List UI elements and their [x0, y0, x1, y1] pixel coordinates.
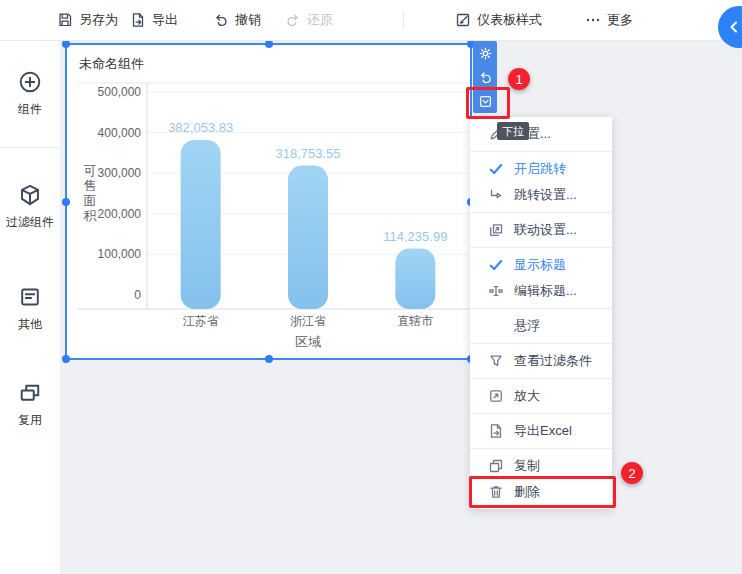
menu-item-edit-title[interactable]: 编辑标题... [470, 278, 612, 304]
sidebar-item-label: 复用 [18, 413, 42, 427]
svg-text:200,000: 200,000 [98, 207, 142, 221]
menu-item-label: 复制 [514, 457, 540, 475]
undo-icon [213, 12, 229, 28]
menu-item-label: 查看过滤条件 [514, 352, 592, 370]
save-icon [57, 12, 73, 28]
chart-component-card[interactable]: 未命名组件 0100,000200,000300,000400,000500,0… [65, 43, 472, 360]
svg-text:区域: 区域 [295, 334, 321, 349]
menu-item-label: 放大 [514, 387, 540, 405]
action-bar-button-undo[interactable] [473, 65, 497, 89]
toolbar-button-more[interactable]: 更多 [585, 0, 633, 40]
menu-item-label: 跳转设置... [514, 186, 577, 204]
toolbar-button-label: 撤销 [235, 11, 261, 29]
menu-item-settings[interactable]: 设置... [470, 121, 612, 147]
linkage-icon [488, 222, 504, 238]
menu-item-show-title[interactable]: 显示标题 [470, 252, 612, 278]
dropdown-icon [478, 94, 493, 109]
menu-item-label: 开启跳转 [514, 160, 566, 178]
sidebar-item-reuse[interactable]: 复用 [0, 381, 60, 427]
menu-group: 显示标题编辑标题... [470, 248, 612, 308]
toolbar-button-label: 还原 [307, 11, 333, 29]
menu-item-zoom-in[interactable]: 放大 [470, 383, 612, 409]
sidebar-item-other[interactable]: 其他 [0, 285, 60, 331]
menu-item-linkage-settings[interactable]: 联动设置... [470, 217, 612, 243]
toolbar-button-label: 更多 [607, 11, 633, 29]
toolbar-button-undo[interactable]: 撤销 [213, 0, 261, 40]
svg-text:318,753.55: 318,753.55 [275, 146, 340, 161]
bar-chart-canvas[interactable]: 0100,000200,000300,000400,000500,000可售面积… [67, 63, 470, 358]
svg-text:浙江省: 浙江省 [290, 314, 326, 328]
menu-item-view-filter-conditions[interactable]: 查看过滤条件 [470, 348, 612, 374]
svg-text:面: 面 [84, 193, 97, 208]
sidebar-item-label: 过滤组件 [6, 215, 54, 229]
svg-text:积: 积 [84, 208, 98, 223]
menu-group: 查看过滤条件 [470, 344, 612, 378]
svg-text:500,000: 500,000 [98, 85, 142, 99]
svg-text:售: 售 [84, 178, 97, 193]
document-icon [18, 285, 42, 309]
left-sidebar: 组件过滤组件其他复用 [0, 40, 60, 574]
check-icon [488, 161, 504, 177]
menu-item-label: 悬浮 [514, 317, 540, 335]
menu-group: 悬浮 [470, 309, 612, 343]
sidebar-item-filter-component[interactable]: 过滤组件 [0, 183, 60, 229]
toolbar-button-label: 仪表板样式 [477, 11, 542, 29]
svg-text:400,000: 400,000 [98, 126, 142, 140]
toolbar-button-dashboard-style[interactable]: 仪表板样式 [455, 0, 542, 40]
menu-item-label: 导出Excel [514, 422, 572, 440]
style-icon [455, 12, 471, 28]
menu-item-label: 显示标题 [514, 256, 566, 274]
menu-item-float[interactable]: 悬浮 [470, 313, 612, 339]
selection-handle[interactable] [265, 40, 273, 48]
gear-icon [478, 46, 493, 61]
sidebar-item-label: 组件 [18, 102, 42, 116]
edit-title-icon [488, 283, 504, 299]
svg-text:0: 0 [134, 288, 141, 302]
menu-item-label: 联动设置... [514, 221, 577, 239]
svg-text:可: 可 [84, 163, 97, 178]
menu-item-jump-settings[interactable]: 跳转设置... [470, 182, 612, 208]
toolbar-button-export[interactable]: 导出 [130, 0, 178, 40]
menu-group: 复制删除 [470, 449, 612, 509]
menu-group: 导出Excel [470, 414, 612, 448]
cube-icon [18, 183, 42, 207]
toolbar-button-redo: 还原 [285, 0, 333, 40]
selection-handle[interactable] [62, 355, 70, 363]
plus-circle-icon [18, 70, 42, 94]
component-context-menu: 设置...开启跳转跳转设置...联动设置...显示标题编辑标题...悬浮查看过滤… [470, 117, 612, 509]
copy-icon [488, 458, 504, 474]
svg-text:300,000: 300,000 [98, 166, 142, 180]
dropdown-tooltip: 下拉 [497, 122, 529, 140]
svg-text:114,235.99: 114,235.99 [383, 229, 447, 244]
trash-icon [488, 484, 504, 500]
menu-item-label: 删除 [514, 483, 540, 501]
menu-item-export-excel[interactable]: 导出Excel [470, 418, 612, 444]
menu-item-delete[interactable]: 删除 [470, 479, 612, 505]
menu-item-enable-jump[interactable]: 开启跳转 [470, 156, 612, 182]
sidebar-item-label: 其他 [18, 317, 42, 331]
sidebar-divider [0, 147, 60, 148]
menu-group: 开启跳转跳转设置... [470, 152, 612, 212]
filter-icon [488, 353, 504, 369]
selection-handle[interactable] [265, 355, 273, 363]
menu-group: 联动设置... [470, 213, 612, 247]
jump-icon [488, 187, 504, 203]
action-bar-button-dropdown[interactable] [473, 89, 497, 113]
check-icon [488, 257, 504, 273]
component-action-bar [473, 41, 497, 113]
svg-text:382,053.83: 382,053.83 [168, 120, 233, 135]
reuse-icon [18, 381, 42, 405]
selection-handle[interactable] [62, 40, 70, 48]
selection-handle[interactable] [62, 198, 70, 206]
toolbar-button-label: 导出 [152, 11, 178, 29]
excel-icon [488, 423, 504, 439]
menu-group: 设置... [470, 117, 612, 151]
action-bar-button-settings[interactable] [473, 41, 497, 65]
menu-group: 放大 [470, 379, 612, 413]
menu-item-copy[interactable]: 复制 [470, 453, 612, 479]
expand-icon [488, 388, 504, 404]
top-toolbar: 另存为导出撤销还原仪表板样式更多 [0, 0, 742, 41]
toolbar-button-save-as[interactable]: 另存为 [57, 0, 118, 40]
toolbar-button-label: 另存为 [79, 11, 118, 29]
sidebar-item-component[interactable]: 组件 [0, 70, 60, 116]
